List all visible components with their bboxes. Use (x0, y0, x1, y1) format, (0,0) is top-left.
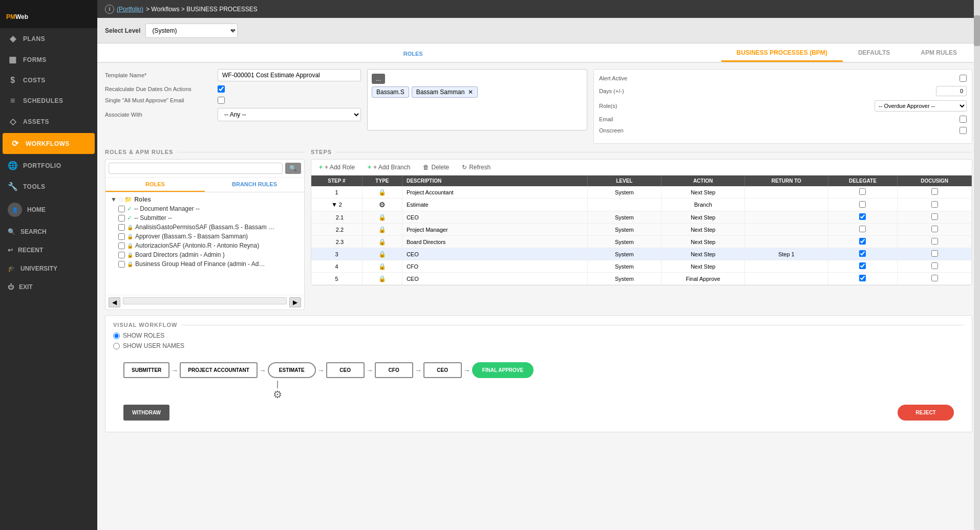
tab-bpm[interactable]: BUSINESS PROCESSES (BPM) (721, 45, 843, 62)
associate-with-select[interactable]: -- Any -- (218, 108, 361, 121)
delete-icon: 🗑 (423, 164, 429, 171)
single-email-checkbox[interactable] (218, 97, 225, 104)
sidebar-item-plans[interactable]: ◈ PLANS (0, 28, 97, 49)
sidebar-item-home[interactable]: 👤 HOME (0, 197, 97, 223)
table-row[interactable]: 3 🔒 CEO System Next Step Step 1 (311, 248, 972, 260)
show-user-names-option: SHOW USER NAMES (113, 342, 964, 349)
delete-button[interactable]: 🗑 Delete (420, 163, 452, 172)
list-item: ✓ -- Document Manager -- (108, 204, 302, 213)
info-icon[interactable]: ℹ (105, 5, 114, 14)
tab-branch-rules[interactable]: BRANCH RULES (205, 178, 304, 192)
submitter-checkbox[interactable] (118, 215, 125, 222)
recalculate-row: Recalculate Due Dates On Actions (105, 85, 361, 93)
recalculate-checkbox[interactable] (218, 85, 225, 93)
table-row[interactable]: 5 🔒 CEO System Final Approve (311, 273, 972, 285)
analisis-checkbox[interactable] (118, 224, 125, 231)
table-row[interactable]: 2.1 🔒 CEO System Next Step (311, 211, 972, 224)
tab-apm-rules[interactable]: APM RULES (905, 45, 972, 62)
wf-arrow-6: → (463, 366, 471, 374)
portfolio-link[interactable]: (Portfolio) (117, 6, 143, 13)
folder-expand-icon[interactable]: ▼ (111, 196, 117, 203)
sidebar-item-costs[interactable]: $ COSTS (0, 70, 97, 91)
header-bar: ℹ (Portfolio) > Workflows > BUSINESS PRO… (97, 0, 980, 18)
lock-icon: 🔒 (378, 238, 386, 246)
vertical-scrollbar[interactable] (974, 0, 980, 530)
add-role-button[interactable]: + + Add Role (316, 163, 357, 172)
doc-manager-checkbox[interactable] (118, 206, 125, 212)
board-checkbox[interactable] (118, 252, 125, 258)
scroll-right-btn[interactable]: ▶ (289, 297, 301, 307)
step-return-2-1 (744, 211, 828, 224)
roles-select[interactable]: -- Overdue Approver -- (875, 100, 967, 112)
docusign-check-2[interactable] (931, 201, 938, 208)
step-return-2 (744, 198, 828, 211)
docusign-check-2-1[interactable] (931, 213, 938, 220)
delegate-check-2-2[interactable] (859, 226, 866, 232)
step-docusign-5 (898, 273, 972, 285)
step-delegate-4 (828, 260, 898, 273)
costs-icon: $ (8, 76, 18, 85)
tab-defaults[interactable]: DEFAULTS (843, 45, 905, 62)
sidebar-item-assets[interactable]: ◇ ASSETS (0, 111, 97, 132)
sidebar-item-recent[interactable]: ↩ RECENT (0, 241, 97, 259)
business-group-checkbox[interactable] (118, 261, 125, 268)
sidebar-item-search[interactable]: 🔍 SEARCH (0, 223, 97, 241)
sidebar-item-exit[interactable]: ⏻ EXIT (0, 278, 97, 296)
sidebar-item-tools[interactable]: 🔧 TOOLS (0, 176, 97, 197)
add-branch-button[interactable]: + + Add Branch (365, 163, 413, 172)
docusign-check-2-3[interactable] (931, 238, 938, 245)
tab-roles[interactable]: ROLES (105, 47, 721, 62)
docusign-check-5[interactable] (931, 275, 938, 281)
sidebar-item-workflows[interactable]: ⟳ WORKFLOWS (3, 133, 95, 154)
approver-checkbox[interactable] (118, 233, 125, 240)
more-button[interactable]: ... (372, 74, 385, 84)
roles-search-input[interactable] (109, 163, 283, 174)
show-roles-radio[interactable] (113, 333, 120, 339)
wf-node-reject: REJECT (898, 405, 954, 421)
recent-icon: ↩ (8, 247, 13, 254)
table-row[interactable]: 1 🔒 Project Accountant System Next Step (311, 186, 972, 198)
lock-icon-2: 🔒 (127, 234, 133, 239)
delegate-check-5[interactable] (859, 275, 866, 281)
delegate-check-2-3[interactable] (859, 238, 866, 245)
sidebar-item-portfolio[interactable]: 🌐 PORTFOLIO (0, 155, 97, 176)
sidebar-item-schedules[interactable]: ≡ SCHEDULES (0, 91, 97, 111)
email-label: Email (599, 116, 613, 122)
tab-roles-sub[interactable]: ROLES (105, 178, 205, 192)
approver-label: Approver (Bassam.S - Bassam Samman) (135, 233, 248, 240)
autorizacion-checkbox[interactable] (118, 242, 125, 249)
docusign-check-4[interactable] (931, 262, 938, 269)
alert-active-checkbox[interactable] (960, 75, 967, 82)
sidebar-item-forms[interactable]: ▦ FORMS (0, 49, 97, 70)
docusign-check-1[interactable] (931, 188, 938, 195)
show-user-names-radio[interactable] (113, 343, 120, 349)
step-level-5: System (587, 273, 662, 285)
scrollbar-thumb[interactable] (974, 15, 980, 46)
table-row[interactable]: 2.2 🔒 Project Manager System Next Step (311, 224, 972, 236)
level-selector: Select Level (System) ▼ (97, 18, 980, 43)
delegate-check-4[interactable] (859, 262, 866, 269)
delegate-check-1[interactable] (859, 188, 866, 195)
approver-tag-2: Bassam Samman ✕ (412, 86, 478, 98)
docusign-check-2-2[interactable] (931, 226, 938, 232)
step-delegate-2-2 (828, 224, 898, 236)
onscreen-checkbox[interactable] (960, 127, 967, 134)
refresh-button[interactable]: ↻ Refresh (459, 163, 493, 172)
delegate-check-3[interactable] (859, 250, 866, 257)
remove-approver-icon[interactable]: ✕ (468, 89, 473, 96)
email-checkbox[interactable] (960, 116, 967, 123)
delegate-check-2-1[interactable] (859, 213, 866, 220)
table-row[interactable]: 4 🔒 CFO System Next Step (311, 260, 972, 273)
template-name-input[interactable] (218, 69, 361, 81)
branch-expander[interactable]: ▼ (331, 201, 337, 208)
days-input[interactable] (936, 86, 967, 96)
step-level-2 (587, 198, 662, 211)
sidebar-item-university[interactable]: 🎓 UNIVERSITY (0, 259, 97, 278)
roles-search-button[interactable]: 🔍 (285, 163, 301, 174)
scroll-left-btn[interactable]: ◀ (109, 297, 120, 307)
level-select-input[interactable]: (System) (145, 24, 238, 38)
delegate-check-2[interactable] (859, 201, 866, 208)
table-row[interactable]: ▼2 ⚙ Estimate Branch (311, 198, 972, 211)
docusign-check-3[interactable] (931, 250, 938, 257)
table-row[interactable]: 2.3 🔒 Board Directors System Next Step (311, 236, 972, 248)
